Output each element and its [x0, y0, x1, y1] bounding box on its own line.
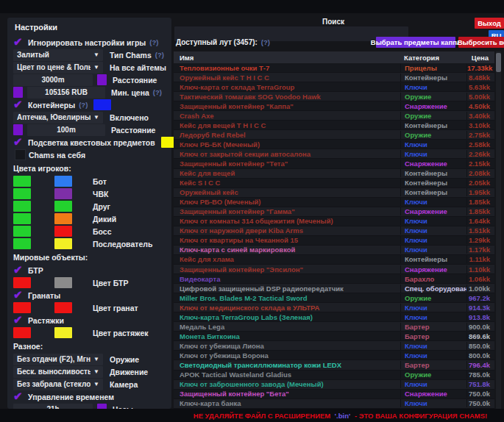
- weapon-select[interactable]: Без отдачи (F2), Мгновенное п ▼: [13, 354, 103, 365]
- player-color-swatch-visible[interactable]: [13, 201, 31, 212]
- loot-distance-input[interactable]: 100m: [27, 124, 105, 136]
- loot-row[interactable]: Кейс для вещей Контейнеры 2.08kk: [174, 169, 494, 179]
- loot-row[interactable]: Тактический томагавк SOG Voodoo Hawk Ору…: [174, 92, 494, 101]
- loot-row[interactable]: Ключ-карта с синей маркировкой Ключи 1.1…: [174, 246, 494, 255]
- loot-item-category: Ключи: [400, 150, 466, 158]
- distance-color-swatch[interactable]: [97, 74, 107, 85]
- player-color-swatch-alt[interactable]: [54, 213, 72, 224]
- loot-row[interactable]: Защищенный контейнер "Эпсилон" Снаряжени…: [174, 265, 494, 274]
- help-icon[interactable]: (?): [149, 38, 158, 46]
- player-color-swatch-visible[interactable]: [13, 226, 31, 237]
- loot-row[interactable]: Светодиодный трансиллюминатор кожи LEDX …: [174, 360, 494, 370]
- player-color-swatch-visible[interactable]: [13, 238, 31, 249]
- loot-item-price: 1.06kk: [466, 275, 494, 283]
- chevron-down-icon: ▼: [93, 381, 99, 387]
- player-color-swatch-alt[interactable]: [54, 226, 72, 237]
- loot-row[interactable]: Ключ от квартиры на Чеканной 15 Ключи 1.…: [174, 236, 494, 246]
- help-icon[interactable]: (?): [261, 38, 270, 46]
- loot-row[interactable]: Ключ-карта от склада TerraGroup Ключи 5.…: [174, 82, 494, 92]
- player-color-swatch-visible[interactable]: [13, 176, 31, 187]
- loot-row[interactable]: Ключ от убежища Лиона Ключи 850.0k: [174, 341, 494, 351]
- grenade-color-swatch-2[interactable]: [54, 302, 72, 313]
- setting-all-items: Цвет по цене & Пользователь ▼ На все айт…: [13, 62, 171, 73]
- checkbox-time-control[interactable]: ✔: [13, 391, 28, 402]
- loot-row[interactable]: Видеокарта Барахло 1.06kk: [174, 274, 494, 284]
- checkbox-containers[interactable]: ✔: [13, 99, 28, 110]
- checkbox-btr[interactable]: ✔: [13, 265, 28, 276]
- column-header-price[interactable]: Цена: [466, 54, 494, 62]
- exit-button[interactable]: Выход: [475, 18, 504, 29]
- all-items-select[interactable]: Цвет по цене & Пользователь ▼: [13, 62, 103, 74]
- player-color-swatch-visible[interactable]: [13, 188, 31, 199]
- player-color-swatch-visible[interactable]: [13, 213, 31, 224]
- player-color-swatch-alt[interactable]: [54, 201, 72, 212]
- checkbox-self-chams[interactable]: [15, 149, 26, 160]
- loot-row[interactable]: Ключ РБ-ВО (Меченый) Ключи 1.85kk: [174, 198, 494, 207]
- min-price-color-swatch[interactable]: [13, 87, 23, 98]
- loot-item-price: 796.4k: [466, 361, 494, 369]
- discard-all-button[interactable]: Выбросить все: [458, 37, 504, 48]
- loot-item-price: 1.51kk: [466, 226, 494, 235]
- table-scrollbar[interactable]: [496, 51, 501, 409]
- loot-row[interactable]: Защищенный контейнер "Каппа" Снаряжение …: [174, 101, 494, 111]
- help-icon[interactable]: (?): [79, 101, 88, 109]
- loot-row[interactable]: Кейс S I C C Контейнеры 2.05kk: [174, 179, 494, 188]
- setting-time-control: ✔ Управление временем: [13, 391, 171, 402]
- tripwire-color-swatch-1[interactable]: [13, 327, 31, 338]
- loot-row[interactable]: Ключ от заброшенного завода (Меченый) Кл…: [174, 380, 494, 390]
- grenade-color-swatch-1[interactable]: [13, 302, 31, 313]
- btr-color-swatch-2[interactable]: [54, 277, 72, 288]
- btr-color-swatch-1[interactable]: [13, 277, 31, 288]
- loot-row[interactable]: Ключ от наружной двери Kiba Arms Ключи 1…: [174, 226, 494, 236]
- loot-row[interactable]: Miller Bros. Blades M-2 Tactical Sword О…: [174, 293, 494, 303]
- checkbox-ignore-game[interactable]: ✔: [13, 37, 28, 48]
- loot-row[interactable]: Оружейный кейс Контейнеры 1.95kk: [174, 188, 494, 198]
- loot-row[interactable]: Защищенный контейнер "Бета" Снаряжение 7…: [174, 390, 494, 399]
- min-price-input[interactable]: 105156 RUB: [27, 87, 105, 99]
- loot-row[interactable]: Кейс для хлама Контейнеры 1.11kk: [174, 255, 494, 265]
- containers-color-swatch[interactable]: [93, 99, 111, 110]
- loot-row[interactable]: Ледоруб Red Rebel Оружие 2.75kk: [174, 130, 494, 140]
- loot-row[interactable]: APOK Tactical Wasteland Gladius Оружие 7…: [174, 371, 494, 380]
- loot-item-category: Барахло: [400, 275, 466, 283]
- loot-row[interactable]: Ключ от закрытой секции автосалона Ключи…: [174, 149, 494, 159]
- help-icon[interactable]: (?): [153, 88, 162, 96]
- movement-select[interactable]: Беск. выносливость и нет уста ▼: [13, 366, 103, 378]
- setting-chams-type: Залитый ▼ Тип Chams (?): [13, 49, 171, 60]
- loot-row[interactable]: Кейс для вещей Т Н I С С Контейнеры 3.10…: [174, 121, 494, 130]
- column-header-category[interactable]: Категория: [400, 54, 466, 62]
- distance-input[interactable]: 3000m: [13, 74, 93, 86]
- loot-row[interactable]: Оружейный кейс Т Н I С С Контейнеры 8.48…: [174, 73, 494, 82]
- loot-item-price: 1.29kk: [466, 236, 494, 244]
- chams-type-select[interactable]: Залитый ▼: [13, 49, 103, 61]
- checkbox-quest-highlight[interactable]: ✔: [13, 137, 28, 148]
- loot-row[interactable]: Медаль Lega Бартер 900.0k: [174, 322, 494, 332]
- loot-row[interactable]: Ключ от убежища Ворона Ключи 800.0k: [174, 351, 494, 360]
- checkbox-grenades[interactable]: ✔: [13, 290, 28, 301]
- player-color-swatch-alt[interactable]: [54, 188, 72, 199]
- column-header-name[interactable]: Имя: [174, 54, 400, 62]
- loot-filter-select[interactable]: Аптечка, Ювелирные и... ▼: [13, 112, 103, 124]
- checkbox-tripwires[interactable]: ✔: [13, 315, 28, 326]
- setting-camera: Без забрала (стекло шлема) ▼ Камера: [13, 379, 171, 390]
- scrollbar-thumb[interactable]: [496, 53, 501, 72]
- loot-item-category: Бартер: [400, 361, 466, 369]
- loot-row[interactable]: Защищенный контейнер "Гамма" Снаряжение …: [174, 207, 494, 217]
- tripwire-color-swatch-2[interactable]: [54, 327, 72, 338]
- loot-row[interactable]: Ключ РБ-БК (Меченый) Ключи 2.58kk: [174, 140, 494, 149]
- loot-row[interactable]: Ключ от комнаты 314 общежития (Меченый) …: [174, 217, 494, 226]
- loot-row[interactable]: Защищенный контейнер "Тета" Снаряжение 2…: [174, 159, 494, 168]
- loot-row[interactable]: Ключ-карта банка Ключи 750.0k: [174, 399, 494, 409]
- loot-row[interactable]: Crash Axe Оружие 3.40kk: [174, 111, 494, 121]
- player-color-swatch-alt[interactable]: [54, 176, 72, 187]
- loot-row[interactable]: Ключ-карта TerraGroup Labs (Зеленая) Клю…: [174, 312, 494, 322]
- loot-row[interactable]: Монета Биткоина Бартер 869.6k: [174, 332, 494, 341]
- loot-row[interactable]: Тепловизионные очки Т-7 Прицелы 17.33kk: [174, 63, 494, 73]
- camera-select[interactable]: Без забрала (стекло шлема) ▼: [13, 379, 103, 390]
- help-icon[interactable]: (?): [155, 51, 164, 59]
- player-color-swatch-alt[interactable]: [54, 238, 72, 249]
- loot-row[interactable]: Ключ от медицинского склада в УЛЬТРА Клю…: [174, 303, 494, 312]
- select-kappa-items-button[interactable]: Выбрать предметы каппа: [376, 37, 455, 48]
- loot-row[interactable]: Цифровой защищенный DSP радиопередатчик …: [174, 284, 494, 293]
- loot-distance-color-swatch[interactable]: [13, 124, 23, 135]
